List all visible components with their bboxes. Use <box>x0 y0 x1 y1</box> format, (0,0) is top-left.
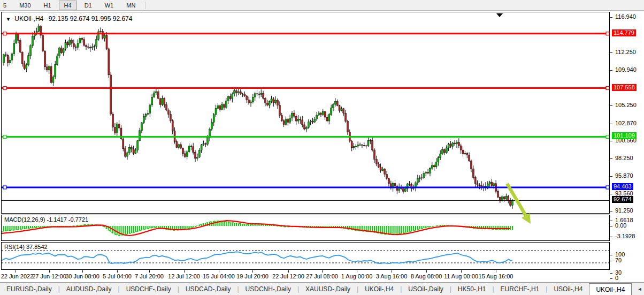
axis-tick-label: 0 <box>615 275 618 281</box>
timeframe-button-d1[interactable]: D1 <box>79 1 97 10</box>
candle <box>196 157 198 158</box>
chart-tab-usdcnh-daily[interactable]: USDCNH-,Daily <box>239 283 297 295</box>
candle <box>106 35 108 49</box>
axis-tick <box>610 105 612 106</box>
tab-scroll-left-icon[interactable]: ◄ <box>637 286 642 292</box>
hline-handle[interactable] <box>3 186 6 189</box>
candle <box>310 121 311 122</box>
price-badge-94.403: 94.403 <box>612 183 633 190</box>
candle <box>147 114 149 115</box>
axis-tick <box>610 52 612 53</box>
candle <box>108 49 110 75</box>
axis-tick-label: 116.940 <box>615 13 636 20</box>
candle <box>234 90 235 94</box>
candle <box>302 120 303 125</box>
timeframe-button-w1[interactable]: W1 <box>99 1 119 10</box>
price-pane[interactable]: ▼ UKOil-,H4 92.135 92.674 91.995 92.674 <box>1 12 610 214</box>
hline-handle[interactable] <box>606 87 609 90</box>
timeframe-button-h4[interactable]: H4 <box>59 1 77 10</box>
candle <box>145 114 147 116</box>
candle <box>269 102 270 105</box>
macd-chart <box>2 215 609 240</box>
candle <box>491 182 493 186</box>
date-tick <box>184 270 185 273</box>
candle <box>186 152 188 156</box>
candle <box>462 150 464 154</box>
chart-tab-usdchf-daily[interactable]: USDCHF-,Daily <box>120 283 178 295</box>
price-axis[interactable]: 116.940112.250109.940105.250102.870100.5… <box>610 11 644 282</box>
hline-handle[interactable] <box>3 135 6 138</box>
candle <box>77 43 79 48</box>
objects-dropdown-icon[interactable]: ▼ <box>6 17 11 22</box>
candle <box>190 146 192 147</box>
candle <box>466 154 468 155</box>
chart-title: ▼ UKOil-,H4 92.135 92.674 91.995 92.674 <box>6 15 132 22</box>
date-label: 27 Jun 12:00 <box>32 273 66 279</box>
chart-tab-ukoil-h4[interactable]: UKOil-,H4 <box>358 283 400 295</box>
macd-main-line <box>2 221 510 236</box>
candle <box>425 172 427 173</box>
candle <box>65 43 66 49</box>
axis-tick-label: 112.250 <box>615 49 636 55</box>
chart-tab-hk50-h1[interactable]: HK50-,H1 <box>451 283 493 295</box>
rsi-chart <box>2 243 609 269</box>
candle <box>316 115 318 119</box>
date-axis[interactable]: 22 Jun 202227 Jun 12:0030 Jun 08:005 Jul… <box>1 270 610 282</box>
hline-handle[interactable] <box>606 32 609 35</box>
candle <box>308 122 309 127</box>
candle <box>386 174 388 178</box>
hline-handle[interactable] <box>3 87 6 90</box>
timeframe-button-5[interactable]: 5 <box>0 1 12 10</box>
candle <box>30 46 32 56</box>
axis-tick <box>610 255 612 255</box>
candle <box>365 146 367 146</box>
chart-tab-usoil-h4[interactable]: USOil-,H4 <box>547 283 589 295</box>
chart-tab-usdcad-daily[interactable]: USDCAD-,Daily <box>179 283 237 295</box>
chart-tab-eurusd-daily[interactable]: EURUSD-,Daily <box>0 283 58 295</box>
candle <box>438 157 439 162</box>
candle <box>435 162 437 167</box>
candle <box>213 115 214 122</box>
chart-tab-ukoil-h4[interactable]: UKOil-,H4 <box>589 283 632 295</box>
axis-tick-label: 109.940 <box>615 66 637 73</box>
chart-tab-usoil-daily[interactable]: USOil-,Daily <box>402 283 449 295</box>
candle <box>260 93 262 94</box>
candle <box>242 94 243 94</box>
axis-tick <box>610 70 612 71</box>
candle <box>151 97 153 105</box>
candle <box>409 184 410 185</box>
rsi-line <box>2 252 512 263</box>
candle <box>477 184 478 185</box>
date-label: 15 Jul 04:00 <box>203 273 235 279</box>
hline-handle[interactable] <box>606 186 609 189</box>
candle <box>188 146 190 152</box>
date-tick <box>496 270 496 273</box>
timeframe-button-h1[interactable]: H1 <box>39 1 57 10</box>
hline-handle[interactable] <box>3 32 6 35</box>
candle <box>312 121 313 122</box>
timeframe-button-mn[interactable]: MN <box>121 1 141 10</box>
candle <box>227 96 229 101</box>
candle <box>341 109 342 111</box>
timeframe-button-m30[interactable]: M30 <box>14 1 36 10</box>
candle <box>141 123 142 131</box>
candle <box>489 182 490 184</box>
candlestick-chart[interactable] <box>2 12 609 213</box>
chart-tab-eurchf-h1[interactable]: EURCHF-,H1 <box>494 283 546 295</box>
candle <box>7 55 9 63</box>
chart-shift-marker-icon[interactable] <box>496 13 503 17</box>
candle <box>336 102 338 106</box>
chart-tab-xauusd-daily[interactable]: XAUUSD-,Daily <box>299 283 357 295</box>
candle <box>450 144 451 146</box>
candle <box>116 124 118 133</box>
candle <box>419 178 420 179</box>
chart-tab-audusd-daily[interactable]: AUDUSD-,Daily <box>60 283 118 295</box>
hline-handle[interactable] <box>606 135 609 138</box>
candle <box>273 99 274 103</box>
rsi-pane[interactable]: RSI(14) 37.8542 <box>1 242 610 270</box>
macd-pane[interactable]: MACD(12,26,9) -1.1417 -0.7721 <box>1 215 610 241</box>
candle <box>281 116 282 121</box>
candle <box>96 40 97 47</box>
candle <box>182 148 183 154</box>
candle <box>63 49 64 52</box>
